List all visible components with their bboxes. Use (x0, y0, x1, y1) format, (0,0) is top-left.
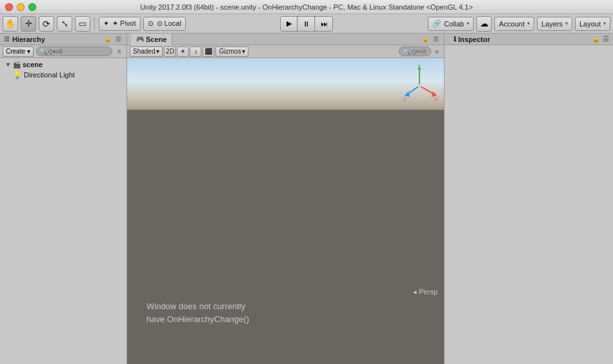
hierarchy-search[interactable]: 🔍 Q▾All (36, 46, 112, 56)
svg-line-4 (407, 86, 419, 94)
scene-icon: 🎬 (13, 61, 21, 68)
svg-text:X: X (434, 96, 437, 102)
create-button[interactable]: Create ▾ (3, 46, 34, 57)
effects-button[interactable]: ⬛ (203, 46, 214, 57)
collab-arrow: ▾ (467, 21, 469, 26)
scene-lock-button[interactable]: 🔒 (421, 35, 430, 44)
local-icon: ⊙ (148, 19, 154, 28)
maximize-button[interactable] (28, 3, 36, 11)
scene-tab[interactable]: 🎮 Scene (131, 34, 172, 45)
search-icon: 🔍 (39, 48, 47, 55)
scale-icon: ⤡ (61, 19, 68, 28)
layout-label: Layout (579, 20, 601, 28)
scene-filter-button[interactable]: ≡ (432, 47, 441, 56)
rotate-icon: ⟳ (43, 19, 50, 29)
scene-search-icon: 🔍 (403, 48, 410, 55)
gizmos-label: Gizmos (219, 48, 241, 55)
scale-tool-button[interactable]: ⤡ (57, 16, 72, 32)
hierarchy-menu-button[interactable]: ☰ (114, 35, 123, 44)
shading-arrow: ▾ (156, 48, 159, 55)
step-button[interactable]: ⏭ (316, 17, 332, 31)
cloud-icon: ☁ (480, 19, 488, 28)
scene-viewport[interactable]: Y X Z ◂ Persp Window does not currentlyh… (127, 58, 444, 364)
overlay-text: Window does not currentlyhave OnHierarch… (146, 301, 249, 324)
audio-button[interactable]: ♪ (190, 46, 201, 57)
hierarchy-lock-button[interactable]: 🔒 (103, 35, 112, 44)
directional-light-label: Directional Light (24, 71, 75, 79)
light-icon: 💡 (13, 71, 22, 79)
gizmos-dropdown[interactable]: Gizmos ▾ (216, 46, 248, 57)
cloud-button[interactable]: ☁ (476, 16, 492, 32)
lighting-button[interactable]: ☀ (177, 46, 188, 57)
move-tool-button[interactable]: ✛ (21, 16, 36, 32)
scene-header: 🎮 Scene 🔒 ☰ (127, 34, 444, 45)
2d-button[interactable]: 2D (164, 46, 176, 57)
hierarchy-filter-button[interactable]: ≡ (115, 47, 124, 56)
step-icon: ⏭ (321, 20, 328, 28)
scene-tab-label: Scene (146, 35, 166, 43)
svg-point-6 (417, 84, 421, 88)
create-label: Create ▾ (6, 48, 30, 55)
hierarchy-item-scene[interactable]: ▼ 🎬 scene (0, 59, 126, 70)
scene-search-placeholder: Q▾All (412, 48, 426, 55)
persp-text: ◂ Persp (413, 288, 437, 296)
scene-expand-arrow: ▼ (5, 61, 11, 68)
play-button[interactable]: ▶ (281, 17, 297, 31)
collab-icon: 🔗 (432, 19, 441, 28)
hierarchy-title: Hierarchy (12, 35, 45, 43)
close-button[interactable] (5, 3, 13, 11)
inspector-lock-icon[interactable]: 🔒 (592, 35, 601, 43)
pivot-button[interactable]: ✦ ✦ Pivot (99, 17, 141, 31)
rect-tool-button[interactable]: ▭ (75, 16, 90, 32)
rect-icon: ▭ (79, 19, 86, 28)
layers-button[interactable]: Layers ▾ (537, 17, 572, 31)
account-button[interactable]: Account ▾ (494, 17, 534, 31)
collab-button[interactable]: 🔗 Collab ▾ (428, 17, 474, 31)
inspector-tab[interactable]: ℹ Inspector (448, 34, 496, 45)
local-button[interactable]: ⊙ ⊙ Local (143, 17, 186, 31)
shading-dropdown[interactable]: Shaded ▾ (130, 46, 163, 57)
account-label: Account (499, 20, 525, 28)
overlay-message: Window does not currentlyhave OnHierarch… (146, 300, 249, 325)
layout-arrow: ▾ (603, 21, 606, 26)
search-placeholder: Q▾All (48, 48, 63, 55)
hierarchy-toolbar: Create ▾ 🔍 Q▾All ≡ (0, 45, 126, 58)
minimize-button[interactable] (17, 3, 25, 11)
ground-area (127, 110, 444, 364)
main-toolbar: ✋ ✛ ⟳ ⤡ ▭ ✦ ✦ Pivot ⊙ ⊙ Local ▶ ⏸ ⏭ 🔗 C (0, 14, 613, 34)
inspector-menu-icon[interactable]: ☰ (603, 35, 609, 43)
svg-text:Z: Z (403, 96, 407, 102)
toolbar-sep-1 (94, 17, 95, 30)
move-icon: ✛ (25, 19, 32, 28)
inspector-title: Inspector (458, 35, 490, 43)
layers-arrow: ▾ (565, 21, 568, 26)
pause-icon: ⏸ (303, 20, 310, 28)
inspector-icon: ℹ (454, 35, 456, 43)
window-controls[interactable] (5, 3, 36, 11)
effects-icon: ⬛ (205, 48, 212, 55)
hand-tool-button[interactable]: ✋ (3, 16, 18, 32)
hierarchy-item-directional-light[interactable]: 💡 Directional Light (0, 70, 126, 80)
svg-line-2 (419, 86, 434, 94)
scene-search[interactable]: 🔍 Q▾All (399, 46, 431, 56)
rotate-tool-button[interactable]: ⟳ (39, 16, 54, 32)
persp-label: ◂ Persp (413, 288, 437, 296)
content-area: ☰ Hierarchy 🔒 ☰ Create ▾ 🔍 Q▾All ≡ ▼ 🎬 s… (0, 34, 613, 364)
pause-button[interactable]: ⏸ (298, 17, 315, 31)
hierarchy-content: ▼ 🎬 scene 💡 Directional Light (0, 58, 126, 364)
hierarchy-header-actions: 🔒 ☰ (103, 35, 123, 44)
inspector-actions: 🔒 ☰ (592, 35, 609, 43)
scene-menu-button[interactable]: ☰ (431, 35, 440, 44)
scene-label: scene (23, 61, 43, 68)
2d-label: 2D (166, 48, 174, 55)
layout-button[interactable]: Layout ▾ (575, 17, 610, 31)
hierarchy-panel: ☰ Hierarchy 🔒 ☰ Create ▾ 🔍 Q▾All ≡ ▼ 🎬 s… (0, 34, 127, 364)
gizmos-arrow: ▾ (242, 48, 245, 55)
shading-label: Shaded (133, 48, 155, 55)
inspector-panel: ℹ Inspector 🔒 ☰ (445, 34, 613, 364)
hierarchy-icon: ☰ (4, 35, 10, 43)
hierarchy-header: ☰ Hierarchy 🔒 ☰ (0, 34, 126, 45)
sky-area (127, 58, 444, 116)
axis-svg: Y X Z (402, 63, 437, 102)
play-icon: ▶ (286, 19, 292, 28)
